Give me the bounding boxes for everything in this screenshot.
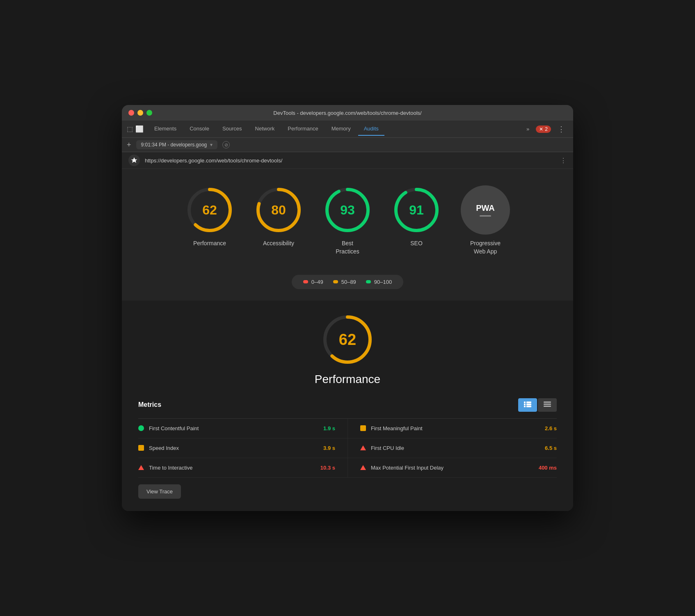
cursor-icon[interactable]: ⬚ <box>127 125 133 133</box>
svg-rect-17 <box>544 404 551 405</box>
detail-section: 62 Performance Metrics <box>122 301 573 511</box>
detail-score-number: 62 <box>339 331 356 348</box>
accessibility-score-label: Accessibility <box>263 240 294 248</box>
legend-pill: 0–49 50–89 90–100 <box>292 275 403 289</box>
legend-row: 0–49 50–89 90–100 <box>122 268 573 301</box>
scores-section: 62 Performance 80 Accessibility <box>122 169 573 268</box>
first-meaningful-paint-icon <box>360 425 366 431</box>
tab-network[interactable]: Network <box>249 122 281 136</box>
score-circle-performance: 62 <box>185 185 234 235</box>
tab-performance[interactable]: Performance <box>282 122 324 136</box>
add-tab-button[interactable]: + <box>127 141 131 149</box>
first-cpu-idle-value: 6.5 s <box>545 445 557 451</box>
svg-rect-11 <box>526 402 531 403</box>
score-circle-best-practices: 93 <box>323 185 372 235</box>
detail-title: Performance <box>138 373 557 386</box>
audit-panel: https://developers.google.com/web/tools/… <box>122 152 573 511</box>
score-item-pwa[interactable]: PWA ProgressiveWeb App <box>461 185 510 256</box>
no-throttle-icon[interactable]: ⊘ <box>222 141 230 148</box>
error-count: 2 <box>545 126 548 132</box>
tab-memory[interactable]: Memory <box>326 122 357 136</box>
accessibility-score-value: 80 <box>271 203 286 218</box>
average-indicator <box>333 280 338 283</box>
score-item-accessibility[interactable]: 80 Accessibility <box>254 185 303 248</box>
error-icon: ✕ <box>539 126 543 132</box>
toggle-collapsed-button[interactable] <box>538 398 557 412</box>
lighthouse-logo <box>128 155 140 166</box>
close-button[interactable] <box>128 110 134 116</box>
metric-row-first-meaningful-paint: First Meaningful Paint 2.6 s <box>348 419 557 438</box>
score-item-best-practices[interactable]: 93 BestPractices <box>323 185 372 256</box>
inspect-icon[interactable]: ⬜ <box>135 125 144 133</box>
tab-console[interactable]: Console <box>184 122 215 136</box>
toggle-expanded-button[interactable] <box>518 398 537 412</box>
seo-score-label: SEO <box>410 240 423 248</box>
first-meaningful-paint-value: 2.6 s <box>545 425 557 431</box>
average-range: 50–89 <box>341 279 356 285</box>
best-practices-score-value: 93 <box>340 203 355 218</box>
devtools-url-display: https://developers.google.com/web/tools/… <box>145 157 555 164</box>
error-badge: ✕ 2 <box>536 125 551 133</box>
metrics-label: Metrics <box>138 401 161 408</box>
first-contentful-paint-value: 1.9 s <box>323 425 335 431</box>
detail-score-row: 62 <box>138 313 557 366</box>
devtools-tab-bar: ⬚ ⬜ Elements Console Sources Network Per… <box>122 121 573 138</box>
score-circle-accessibility: 80 <box>254 185 303 235</box>
metrics-grid: First Contentful Paint 1.9 s First Meani… <box>138 419 557 478</box>
best-practices-score-label: BestPractices <box>336 240 359 256</box>
devtools-menu-button[interactable]: ⋮ <box>554 123 568 135</box>
score-item-performance[interactable]: 62 Performance <box>185 185 234 248</box>
metric-row-speed-index: Speed Index 3.9 s <box>138 438 348 458</box>
performance-score-label: Performance <box>193 240 226 248</box>
first-contentful-paint-icon <box>138 425 144 431</box>
svg-rect-12 <box>524 404 526 405</box>
view-trace-button[interactable]: View Trace <box>138 484 181 499</box>
address-bar-tab[interactable]: 9:01:34 PM - developers.goog ▾ <box>136 140 218 149</box>
devtools-url-bar: https://developers.google.com/web/tools/… <box>122 152 573 169</box>
pwa-label: PWA <box>476 203 495 213</box>
speed-index-value: 3.9 s <box>323 445 335 451</box>
minimize-button[interactable] <box>137 110 143 116</box>
title-bar: DevTools - developers.google.com/web/too… <box>122 105 573 121</box>
metrics-header: Metrics <box>138 398 557 412</box>
devtools-more-button[interactable]: ⋮ <box>560 157 567 164</box>
good-range: 90–100 <box>374 279 392 285</box>
tab-sources[interactable]: Sources <box>217 122 248 136</box>
time-to-interactive-name: Time to Interactive <box>149 465 315 471</box>
tab-elements[interactable]: Elements <box>149 122 182 136</box>
performance-score-value: 62 <box>202 203 217 218</box>
dropdown-arrow-icon[interactable]: ▾ <box>210 142 213 148</box>
svg-rect-14 <box>524 406 526 407</box>
first-contentful-paint-name: First Contentful Paint <box>149 425 318 431</box>
svg-rect-18 <box>544 406 551 407</box>
good-indicator <box>366 280 371 283</box>
pwa-circle: PWA <box>461 185 510 235</box>
legend-item-poor: 0–49 <box>303 279 323 285</box>
first-cpu-idle-name: First CPU Idle <box>371 445 540 451</box>
time-to-interactive-value: 10.3 s <box>320 465 335 471</box>
pwa-score-label: ProgressiveWeb App <box>470 240 501 256</box>
metric-row-first-cpu-idle: First CPU Idle 6.5 s <box>348 438 557 458</box>
tab-audits[interactable]: Audits <box>358 122 384 136</box>
max-potential-fid-icon <box>360 465 366 470</box>
metric-row-time-to-interactive: Time to Interactive 10.3 s <box>138 458 348 478</box>
more-tabs-button[interactable]: » <box>523 124 533 134</box>
poor-indicator <box>303 280 308 283</box>
svg-rect-16 <box>544 402 551 403</box>
pwa-dash <box>480 215 491 217</box>
metrics-view-toggle <box>518 398 557 412</box>
max-potential-fid-value: 400 ms <box>539 465 557 471</box>
devtools-content: https://developers.google.com/web/tools/… <box>122 152 573 511</box>
legend-item-average: 50–89 <box>333 279 356 285</box>
first-cpu-idle-icon <box>360 445 366 450</box>
svg-rect-13 <box>526 404 531 405</box>
first-meaningful-paint-name: First Meaningful Paint <box>371 425 540 431</box>
tab-bar-right: » ✕ 2 ⋮ <box>523 123 568 135</box>
maximize-button[interactable] <box>146 110 152 116</box>
score-circle-seo: 91 <box>392 185 441 235</box>
poor-range: 0–49 <box>311 279 323 285</box>
speed-index-name: Speed Index <box>149 445 318 451</box>
svg-rect-15 <box>526 406 531 407</box>
score-item-seo[interactable]: 91 SEO <box>392 185 441 248</box>
traffic-lights <box>128 110 152 116</box>
